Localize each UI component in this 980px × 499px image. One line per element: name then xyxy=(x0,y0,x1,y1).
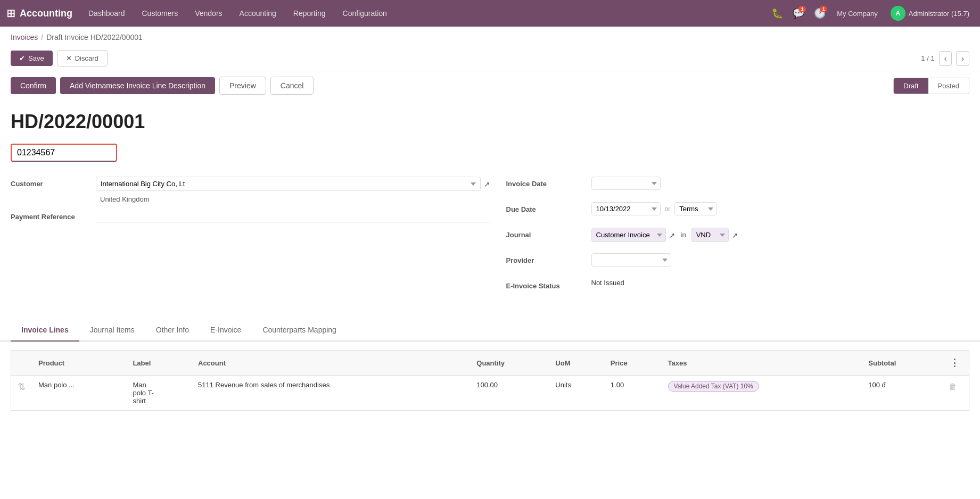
einvoice-status-value: Not Issued xyxy=(591,279,970,287)
bug-icon-btn[interactable]: 🐛 xyxy=(769,5,786,22)
nav-item-vendors[interactable]: Vendors xyxy=(187,6,229,21)
row-taxes-cell: Value Added Tax (VAT) 10% xyxy=(662,376,862,411)
tab-journal-items[interactable]: Journal Items xyxy=(79,319,145,342)
cancel-button[interactable]: Cancel xyxy=(270,77,314,95)
terms-select[interactable]: Terms xyxy=(674,202,717,215)
nav-item-dashboard[interactable]: Dashboard xyxy=(81,6,133,21)
breadcrumb-current: Draft Invoice HD/2022/00001 xyxy=(46,33,143,41)
th-taxes: Taxes xyxy=(662,351,862,376)
invoice-table-container: Product Label Account Quantity UoM Price… xyxy=(0,342,980,419)
th-actions: ⋮ xyxy=(940,351,969,376)
due-date-wrapper: 10/13/2022 or Terms xyxy=(591,202,970,215)
th-subtotal: Subtotal xyxy=(862,351,940,376)
toolbar: ✔ Save ✕ Discard 1 / 1 ‹ › xyxy=(0,46,980,71)
payment-reference-value xyxy=(96,210,490,222)
status-posted-button[interactable]: Posted xyxy=(928,78,969,94)
tabs-bar: Invoice Lines Journal Items Other Info E… xyxy=(0,319,980,342)
activity-badge: 1 xyxy=(820,6,827,12)
nav-item-reporting[interactable]: Reporting xyxy=(286,6,333,21)
top-navigation: ⊞ Accounting Dashboard Customers Vendors… xyxy=(0,0,980,27)
discard-button[interactable]: ✕ Discard xyxy=(57,50,108,66)
add-vietnamese-button[interactable]: Add Vietnamese Invoice Line Description xyxy=(60,77,215,94)
breadcrumb: Invoices / Draft Invoice HD/2022/00001 xyxy=(0,27,980,46)
status-group: Draft Posted xyxy=(893,78,969,94)
provider-row: Provider xyxy=(506,253,970,272)
prev-record-button[interactable]: ‹ xyxy=(939,51,952,66)
row-drag-handle-cell: ⇅ xyxy=(11,376,32,411)
preview-button[interactable]: Preview xyxy=(219,77,266,95)
row-uom: Units xyxy=(555,381,571,389)
tab-counterparts-mapping[interactable]: Counterparts Mapping xyxy=(252,319,347,342)
page-counter: 1 / 1 xyxy=(921,54,934,62)
invoice-date-value xyxy=(591,177,970,190)
reference-input[interactable] xyxy=(11,144,117,162)
currency-ext-link-icon[interactable]: ➚ xyxy=(732,231,738,239)
nav-item-customers[interactable]: Customers xyxy=(135,6,186,21)
row-uom-cell: Units xyxy=(549,376,604,411)
invoice-date-row: Invoice Date xyxy=(506,177,970,196)
action-bar: Confirm Add Vietnamese Invoice Line Desc… xyxy=(0,71,980,100)
app-brand[interactable]: ⊞ Accounting xyxy=(6,7,72,20)
or-label: or xyxy=(665,205,671,213)
due-date-row: Due Date 10/13/2022 or Terms xyxy=(506,202,970,221)
customer-ext-link-icon[interactable]: ➚ xyxy=(484,180,490,188)
form-right: Invoice Date Due Date xyxy=(490,172,970,309)
topbar-icons: 🐛 💬 1 🕐 1 My Company A Administrator (15… xyxy=(769,4,974,23)
checkmark-icon: ✔ xyxy=(19,54,25,62)
status-draft-button[interactable]: Draft xyxy=(894,78,928,94)
drag-handle-icon[interactable]: ⇅ xyxy=(18,381,26,392)
table-row: ⇅ Man polo ... Man polo T- shirt 5111 Re… xyxy=(11,376,969,411)
user-menu[interactable]: A Administrator (15.7) xyxy=(886,4,974,23)
next-record-button[interactable]: › xyxy=(956,51,969,66)
table-more-options-button[interactable]: ⋮ xyxy=(946,356,962,370)
app-name: Accounting xyxy=(20,8,72,19)
breadcrumb-parent-link[interactable]: Invoices xyxy=(11,33,38,41)
due-date-select[interactable]: 10/13/2022 xyxy=(591,202,661,215)
einvoice-status-label: E-Invoice Status xyxy=(506,279,591,290)
form-left: Customer International Big City Co, Lt ➚… xyxy=(11,172,490,309)
breadcrumb-separator: / xyxy=(41,33,43,41)
tab-e-invoice[interactable]: E-Invoice xyxy=(200,319,252,342)
user-name: Administrator (15.7) xyxy=(909,10,969,18)
nav-item-configuration[interactable]: Configuration xyxy=(335,6,394,21)
customer-select[interactable]: International Big City Co, Lt xyxy=(96,177,481,191)
tab-other-info[interactable]: Other Info xyxy=(145,319,200,342)
currency-select[interactable]: VND xyxy=(691,228,729,242)
company-selector[interactable]: My Company xyxy=(833,7,882,20)
activity-icon-btn[interactable]: 🕐 1 xyxy=(811,5,828,22)
remove-row-button[interactable]: 🗑 xyxy=(946,381,959,393)
journal-label: Journal xyxy=(506,228,591,239)
einvoice-status-row: E-Invoice Status Not Issued xyxy=(506,279,970,298)
save-button[interactable]: ✔ Save xyxy=(11,51,53,66)
th-product: Product xyxy=(32,351,126,376)
toolbar-right: 1 / 1 ‹ › xyxy=(921,51,969,66)
row-price-cell: 1.00 xyxy=(604,376,662,411)
toolbar-left: ✔ Save ✕ Discard xyxy=(11,50,108,66)
chat-icon-btn[interactable]: 💬 1 xyxy=(790,5,807,22)
table-header-row: Product Label Account Quantity UoM Price… xyxy=(11,351,969,376)
form-grid: Customer International Big City Co, Lt ➚… xyxy=(11,172,969,309)
payment-reference-input[interactable] xyxy=(96,210,490,222)
th-quantity: Quantity xyxy=(470,351,549,376)
th-account: Account xyxy=(192,351,470,376)
row-product-cell: Man polo ... xyxy=(32,376,126,411)
journal-ext-link-icon[interactable]: ➚ xyxy=(669,231,676,239)
due-date-label: Due Date xyxy=(506,202,591,213)
customer-select-wrapper: International Big City Co, Lt xyxy=(96,177,481,191)
row-price: 1.00 xyxy=(611,381,624,389)
th-price: Price xyxy=(604,351,662,376)
provider-select[interactable] xyxy=(591,253,671,267)
payment-reference-row: Payment Reference xyxy=(11,210,490,229)
th-label: Label xyxy=(126,351,192,376)
nav-item-accounting[interactable]: Accounting xyxy=(232,6,284,21)
journal-wrapper: Customer Invoice ➚ in VND ➚ xyxy=(591,228,970,242)
provider-value xyxy=(591,253,970,267)
th-uom: UoM xyxy=(549,351,604,376)
tab-invoice-lines[interactable]: Invoice Lines xyxy=(11,319,79,342)
invoice-date-select[interactable] xyxy=(591,177,661,190)
invoice-number: HD/2022/00001 xyxy=(11,111,969,133)
customer-value: International Big City Co, Lt ➚ United K… xyxy=(96,177,490,203)
row-label: Man polo T- shirt xyxy=(133,381,154,405)
confirm-button[interactable]: Confirm xyxy=(11,77,56,94)
journal-select[interactable]: Customer Invoice xyxy=(591,228,666,242)
